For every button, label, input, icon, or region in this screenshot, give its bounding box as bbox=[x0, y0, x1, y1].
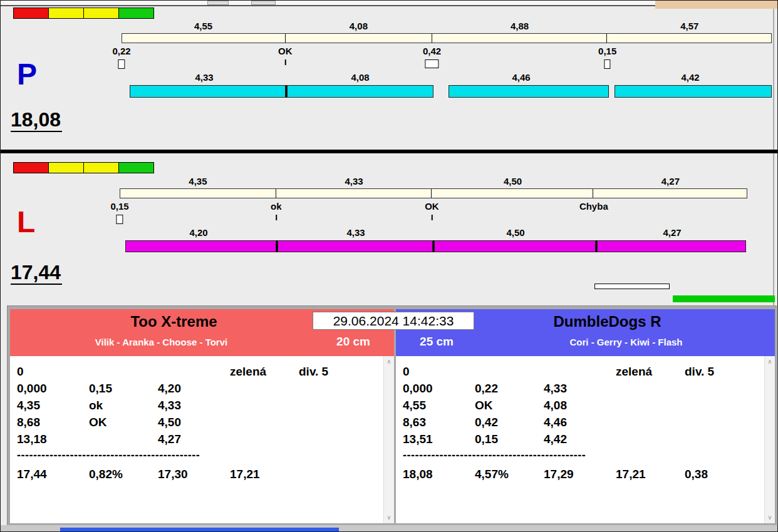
scroll-down-icon[interactable]: ∨ bbox=[765, 514, 775, 521]
bar-segment bbox=[432, 34, 608, 43]
result-cell bbox=[544, 364, 616, 381]
mark-box-icon bbox=[425, 59, 439, 68]
team-panel-right: DumbleDogs R 25 cm Cori - Gerry - Kiwi -… bbox=[396, 309, 775, 523]
background-window-fragment bbox=[207, 1, 229, 5]
traffic-light-yellow-1 bbox=[48, 8, 84, 19]
team-subrow: 25 cm Cori - Gerry - Kiwi - Flash bbox=[396, 335, 775, 349]
result-cell: 17,44 bbox=[17, 466, 89, 483]
split-times-bottom: 4,33 4,08 4,46 4,42 bbox=[122, 72, 772, 83]
result-cell: 17,30 bbox=[158, 466, 230, 483]
bar-gap bbox=[433, 85, 449, 98]
result-cell: 4,50 bbox=[158, 414, 230, 431]
split-time: 4,57 bbox=[608, 21, 772, 31]
bar-segment bbox=[120, 189, 276, 198]
split-times-bottom: 4,20 4,33 4,50 4,27 bbox=[120, 227, 747, 238]
bar-segment bbox=[122, 34, 286, 43]
pass-marks: 0,15 ok OK Chyba bbox=[120, 201, 747, 226]
segment-bar-top bbox=[120, 188, 747, 198]
result-cell bbox=[89, 431, 158, 448]
scrollbar[interactable]: ∧ ∨ bbox=[764, 356, 775, 523]
bar-segment bbox=[286, 34, 432, 43]
split-times-top: 4,55 4,08 4,88 4,57 bbox=[122, 21, 772, 31]
result-cell: 0,000 bbox=[17, 381, 89, 397]
scroll-down-icon[interactable]: ∨ bbox=[384, 514, 394, 521]
scroll-up-icon[interactable]: ∧ bbox=[765, 358, 775, 366]
pass-mark-label: 0,15 bbox=[110, 201, 128, 212]
data-row: 4,35ok4,33 bbox=[17, 397, 383, 414]
result-cell bbox=[299, 466, 383, 483]
pass-mark-label: OK bbox=[425, 201, 439, 212]
result-cell: 17,21 bbox=[230, 466, 299, 483]
desktop-corner bbox=[655, 1, 777, 9]
result-cell bbox=[230, 381, 299, 397]
result-cell: 4,20 bbox=[158, 381, 230, 397]
team-dogs: Vilik - Aranka - Choose - Torvi bbox=[10, 337, 313, 347]
result-cell: OK bbox=[89, 414, 158, 431]
result-cell: 0,15 bbox=[475, 431, 544, 448]
bar-segment bbox=[434, 240, 596, 252]
result-cell bbox=[299, 381, 383, 397]
result-cell: 8,63 bbox=[403, 414, 475, 431]
result-cell: 0,42 bbox=[475, 414, 544, 431]
result-cell bbox=[230, 431, 299, 448]
split-time: 4,88 bbox=[432, 21, 608, 31]
bar-segment bbox=[276, 189, 432, 198]
lane-letter: P bbox=[17, 59, 37, 90]
result-cell: 0,000 bbox=[403, 381, 475, 397]
lane-left: L 4,35 4,33 4,50 4,27 0,15 ok bbox=[1, 155, 777, 305]
bar-segment bbox=[130, 85, 286, 98]
split-time: 4,08 bbox=[287, 72, 433, 83]
result-cell bbox=[230, 397, 299, 414]
scrollbar[interactable]: ∧ ∨ bbox=[383, 356, 394, 523]
progress-bar-green bbox=[673, 295, 775, 302]
mark-box-icon bbox=[116, 215, 123, 224]
result-cell: 0 bbox=[403, 364, 475, 381]
result-cell bbox=[299, 431, 383, 448]
segment-bar-bottom bbox=[122, 85, 772, 98]
result-cell: 0,82% bbox=[89, 466, 158, 483]
tick-mark-icon bbox=[284, 59, 286, 65]
split-time: 4,35 bbox=[120, 176, 276, 187]
lane-right: P 4,55 4,08 4,88 4,57 0,22 OK bbox=[1, 6, 777, 150]
result-cell bbox=[685, 397, 764, 414]
result-cell bbox=[616, 414, 685, 431]
data-row: 0zelenádiv. 5 bbox=[17, 364, 383, 381]
result-cell bbox=[685, 414, 764, 431]
team-panel-left: Too X-treme Vilik - Aranka - Choose - To… bbox=[10, 309, 394, 523]
bar-segment bbox=[432, 189, 593, 198]
pass-marks: 0,22 OK 0,42 0,15 bbox=[122, 46, 772, 71]
split-time: 4,42 bbox=[609, 72, 772, 83]
result-cell: zelená bbox=[230, 364, 299, 381]
start-offset bbox=[120, 240, 125, 252]
traffic-light-red bbox=[13, 8, 49, 19]
team-results: 0zelenádiv. 50,0000,154,204,35ok4,338,68… bbox=[10, 356, 383, 523]
pass-mark-label: 0,15 bbox=[598, 46, 616, 56]
lane-divider bbox=[1, 150, 777, 153]
result-cell bbox=[230, 414, 299, 431]
data-row: 0,0000,154,20 bbox=[17, 381, 383, 397]
pass-mark: 0,15 bbox=[598, 46, 616, 69]
timestamp: 29.06.2024 14:42:33 bbox=[313, 312, 474, 330]
split-time: 4,55 bbox=[122, 21, 285, 31]
result-cell: div. 5 bbox=[685, 364, 764, 381]
bottom-strip bbox=[1, 525, 777, 531]
split-time: 4,46 bbox=[433, 72, 609, 83]
summary-row: 17,440,82%17,3017,21 bbox=[17, 466, 383, 483]
scroll-up-icon[interactable]: ∧ bbox=[384, 358, 394, 366]
bar-segment bbox=[287, 85, 433, 98]
split-time: 4,33 bbox=[122, 72, 287, 83]
result-cell: 0,38 bbox=[685, 466, 764, 483]
pass-mark: OK bbox=[278, 46, 293, 65]
separator-row: ----------------------------------------… bbox=[403, 448, 764, 463]
result-cell: 0 bbox=[17, 364, 89, 381]
traffic-light-yellow-2 bbox=[83, 8, 119, 19]
bar-gap bbox=[609, 85, 615, 98]
bar-segment bbox=[593, 189, 747, 198]
result-cell: div. 5 bbox=[299, 364, 383, 381]
pass-mark: ok bbox=[271, 201, 282, 220]
separator-row: ----------------------------------------… bbox=[17, 448, 383, 463]
bar-segment bbox=[615, 85, 772, 98]
result-cell: 4,57% bbox=[475, 466, 544, 483]
result-cell: 18,08 bbox=[403, 466, 475, 483]
team-subrow: Vilik - Aranka - Choose - Torvi 20 cm bbox=[10, 335, 394, 349]
